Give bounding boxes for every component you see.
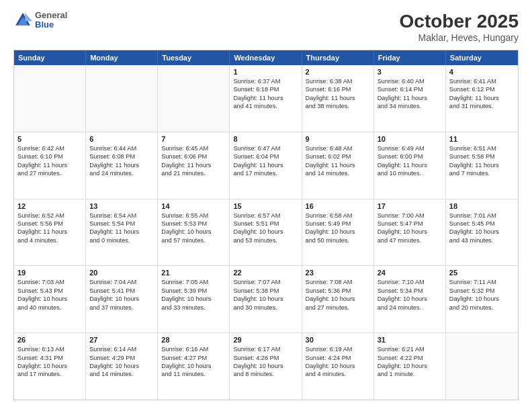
cell-line: Sunrise: 6:47 AM — [233, 144, 298, 152]
cell-line: Sunrise: 6:40 AM — [378, 77, 442, 85]
day-number: 9 — [306, 135, 370, 143]
cell-line: and 1 minute. — [378, 370, 442, 378]
day-cell-31: 31Sunrise: 6:21 AMSunset: 4:22 PMDayligh… — [374, 333, 446, 400]
cell-line: Sunrise: 6:17 AM — [233, 345, 298, 353]
cell-line: Sunset: 5:32 PM — [449, 287, 515, 295]
week-row-1: 5Sunrise: 6:42 AMSunset: 6:10 PMDaylight… — [14, 132, 518, 199]
header-day-tuesday: Tuesday — [158, 50, 230, 65]
day-cell-19: 19Sunrise: 7:03 AMSunset: 5:43 PMDayligh… — [14, 266, 86, 332]
cell-line: Sunrise: 6:16 AM — [161, 345, 226, 353]
cell-line: Daylight: 10 hours — [449, 228, 515, 236]
cell-line: Sunrise: 6:51 AM — [449, 144, 515, 152]
cell-line: Sunrise: 7:03 AM — [17, 278, 82, 286]
cell-line: and 38 minutes. — [306, 102, 370, 110]
cell-line: Sunset: 6:12 PM — [449, 85, 515, 93]
cell-line: Sunset: 6:18 PM — [233, 85, 298, 93]
cell-line: and 17 minutes. — [17, 370, 82, 378]
cell-line: Daylight: 11 hours — [161, 161, 226, 169]
cell-line: Sunset: 6:10 PM — [17, 152, 82, 161]
day-number: 17 — [378, 202, 442, 210]
day-number: 11 — [449, 135, 515, 143]
cell-line: Sunrise: 6:49 AM — [378, 144, 442, 152]
cell-line: Sunset: 6:08 PM — [89, 152, 154, 161]
cell-line: and 33 minutes. — [161, 304, 226, 312]
day-cell-4: 4Sunrise: 6:41 AMSunset: 6:12 PMDaylight… — [446, 65, 518, 132]
day-cell-26: 26Sunrise: 6:13 AMSunset: 4:31 PMDayligh… — [14, 333, 86, 400]
cell-line: Sunset: 6:14 PM — [378, 85, 442, 93]
day-cell-1: 1Sunrise: 6:37 AMSunset: 6:18 PMDaylight… — [230, 65, 302, 132]
cell-line: Daylight: 11 hours — [449, 161, 515, 169]
cell-line: Daylight: 10 hours — [306, 295, 370, 303]
cell-line: Daylight: 10 hours — [306, 228, 370, 236]
day-cell-29: 29Sunrise: 6:17 AMSunset: 4:26 PMDayligh… — [230, 333, 302, 400]
cell-line: Sunrise: 6:55 AM — [161, 212, 226, 220]
cell-line: Sunset: 5:54 PM — [89, 220, 154, 228]
day-cell-20: 20Sunrise: 7:04 AMSunset: 5:41 PMDayligh… — [86, 266, 158, 332]
logo-line1: General — [35, 11, 67, 20]
day-cell-7: 7Sunrise: 6:45 AMSunset: 6:06 PMDaylight… — [158, 132, 230, 199]
day-cell-22: 22Sunrise: 7:07 AMSunset: 5:38 PMDayligh… — [230, 266, 302, 332]
cell-line: and 21 minutes. — [161, 169, 226, 177]
cell-line: Sunset: 5:41 PM — [89, 287, 154, 295]
empty-cell — [446, 333, 518, 400]
day-number: 3 — [378, 68, 442, 76]
cell-line: Sunset: 6:04 PM — [233, 152, 298, 161]
cell-line: Sunrise: 7:10 AM — [378, 278, 442, 286]
calendar-header: SundayMondayTuesdayWednesdayThursdayFrid… — [14, 50, 518, 65]
cell-line: Daylight: 10 hours — [89, 362, 154, 370]
cell-line: Daylight: 10 hours — [161, 295, 226, 303]
cell-line: Daylight: 10 hours — [449, 295, 515, 303]
cell-line: Daylight: 10 hours — [378, 295, 442, 303]
day-number: 1 — [233, 68, 298, 76]
day-cell-28: 28Sunrise: 6:16 AMSunset: 4:27 PMDayligh… — [158, 333, 230, 400]
day-number: 13 — [89, 202, 154, 210]
cell-line: and 0 minutes. — [89, 236, 154, 244]
day-number: 29 — [233, 336, 298, 344]
cell-line: Daylight: 10 hours — [17, 295, 82, 303]
logo: General Blue — [13, 11, 67, 30]
cell-line: Daylight: 11 hours — [378, 161, 442, 169]
cell-line: and 17 minutes. — [233, 169, 298, 177]
cell-line: Daylight: 11 hours — [233, 161, 298, 169]
cell-line: Daylight: 10 hours — [233, 295, 298, 303]
day-cell-2: 2Sunrise: 6:38 AMSunset: 6:16 PMDaylight… — [302, 65, 374, 132]
cell-line: Sunrise: 7:05 AM — [161, 278, 226, 286]
cell-line: Sunrise: 7:11 AM — [449, 278, 515, 286]
cell-line: Sunset: 4:29 PM — [89, 354, 154, 362]
day-number: 31 — [378, 336, 442, 344]
day-cell-12: 12Sunrise: 6:52 AMSunset: 5:56 PMDayligh… — [14, 199, 86, 266]
cell-line: Daylight: 10 hours — [233, 228, 298, 236]
cell-line: Daylight: 10 hours — [306, 362, 370, 370]
cell-line: and 34 minutes. — [378, 102, 442, 110]
cell-line: Sunset: 5:34 PM — [378, 287, 442, 295]
cell-line: Sunrise: 7:00 AM — [378, 212, 442, 220]
cell-line: Sunrise: 7:04 AM — [89, 278, 154, 286]
day-cell-27: 27Sunrise: 6:14 AMSunset: 4:29 PMDayligh… — [86, 333, 158, 400]
cell-line: and 53 minutes. — [233, 236, 298, 244]
cell-line: Daylight: 11 hours — [306, 161, 370, 169]
day-number: 20 — [89, 269, 154, 277]
empty-cell — [14, 65, 86, 132]
day-cell-11: 11Sunrise: 6:51 AMSunset: 5:58 PMDayligh… — [446, 132, 518, 199]
cell-line: Sunset: 6:00 PM — [378, 152, 442, 161]
day-number: 27 — [89, 336, 154, 344]
week-row-4: 26Sunrise: 6:13 AMSunset: 4:31 PMDayligh… — [14, 333, 518, 400]
cell-line: Sunrise: 7:08 AM — [306, 278, 370, 286]
cell-line: Sunrise: 6:54 AM — [89, 212, 154, 220]
cell-line: and 57 minutes. — [161, 236, 226, 244]
day-number: 28 — [161, 336, 226, 344]
cell-line: and 24 minutes. — [378, 304, 442, 312]
cell-line: and 7 minutes. — [449, 169, 515, 177]
cell-line: and 24 minutes. — [89, 169, 154, 177]
day-number: 23 — [306, 269, 370, 277]
day-number: 26 — [17, 336, 82, 344]
cell-line: Sunset: 5:51 PM — [233, 220, 298, 228]
cell-line: and 10 minutes. — [378, 169, 442, 177]
cell-line: Daylight: 10 hours — [378, 228, 442, 236]
title-block: October 2025 Maklar, Heves, Hungary — [400, 11, 519, 43]
cell-line: Sunrise: 6:41 AM — [449, 77, 515, 85]
day-number: 2 — [306, 68, 370, 76]
cell-line: Daylight: 11 hours — [17, 228, 82, 236]
cell-line: Sunrise: 6:13 AM — [17, 345, 82, 353]
header-day-saturday: Saturday — [446, 50, 518, 65]
